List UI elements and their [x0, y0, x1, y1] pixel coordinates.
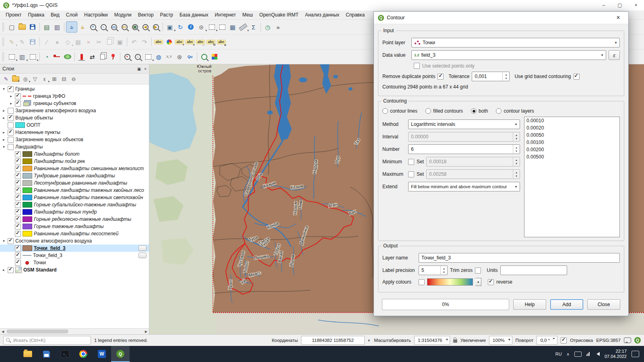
help-button[interactable]: Help	[513, 299, 546, 310]
zoom-next-icon[interactable]: ▶	[151, 22, 161, 32]
contour-level-item[interactable]: 0.00050	[525, 132, 619, 139]
layer-indicator-icon[interactable]	[138, 245, 147, 251]
grass-tools-icon[interactable]	[62, 51, 73, 62]
add-button[interactable]: Add	[550, 299, 583, 310]
contour-level-item[interactable]: 0.00010	[525, 117, 619, 125]
zoom-to-layer-icon[interactable]: ▤	[130, 22, 140, 32]
visibility-checkbox[interactable]	[15, 173, 21, 179]
new-print-layout-icon[interactable]: ▤	[41, 22, 52, 32]
layer-tree-row[interactable]: Равнинные ландшафты таежных светлохвойн	[0, 194, 149, 201]
menu-item-13[interactable]: Справка	[343, 11, 368, 19]
menu-item-2[interactable]: Вид	[47, 11, 63, 19]
tray-chevron-icon[interactable]	[567, 351, 570, 357]
layer-tree-row[interactable]: Точки_field_3	[0, 245, 149, 252]
menu-item-4[interactable]: Настройки	[81, 11, 111, 19]
layer-tree-row[interactable]: ▸граница УрФО	[0, 93, 149, 100]
scroll-right-icon[interactable]: ▶	[143, 330, 149, 333]
apply-colours-checkbox[interactable]	[419, 279, 425, 285]
spin-arrows-icon[interactable]	[502, 72, 509, 81]
metasearch-icon[interactable]	[209, 51, 220, 62]
remove-layer-icon[interactable]: ⊖	[69, 74, 78, 83]
tray-network-icon[interactable]	[586, 352, 590, 356]
visibility-checkbox[interactable]	[8, 267, 14, 273]
zoom-in-icon[interactable]: +	[88, 22, 98, 32]
layer-tree-row[interactable]: ▸Загрязнение водных объектов	[0, 136, 149, 143]
layer-tree-row[interactable]: ▸Загрязнение атмосферного воздуха	[0, 107, 149, 114]
menu-item-0[interactable]: Проект	[2, 11, 25, 19]
quickwkt-icon[interactable]: Qu	[185, 51, 195, 62]
zoom-out-icon[interactable]: −	[98, 22, 109, 32]
save-layer-edits-icon[interactable]	[27, 37, 38, 47]
layer-indicator-icon[interactable]	[138, 253, 147, 258]
minimum-set-checkbox[interactable]	[408, 159, 414, 165]
visibility-checkbox[interactable]	[15, 231, 21, 237]
coordinate-capture-icon[interactable]: X,Y	[164, 51, 174, 62]
taskbar-chrome-icon[interactable]	[74, 346, 93, 362]
layer-labeling-options-icon[interactable]: abc	[153, 37, 164, 47]
expander-icon[interactable]: ▸	[2, 268, 6, 272]
menu-item-5[interactable]: Модули	[111, 11, 135, 19]
visibility-checkbox[interactable]	[8, 108, 14, 114]
tray-volume-icon[interactable]	[594, 352, 600, 356]
qgis-statusbar-icon[interactable]	[634, 337, 641, 343]
window-close-button[interactable]: ×	[628, 0, 644, 10]
layer-tree-row[interactable]: ▸Населенные пункты	[0, 129, 149, 136]
open-layer-styling-icon[interactable]: ✎	[2, 74, 10, 83]
pan-map-icon[interactable]	[66, 21, 77, 33]
layer-tree-row[interactable]: Ландшафты пойм рек	[0, 158, 149, 165]
scrollbar-thumb[interactable]	[6, 329, 68, 333]
measure-icon[interactable]: ▾	[238, 22, 248, 32]
visibility-checkbox[interactable]	[8, 86, 14, 92]
undo-icon[interactable]: ↶	[129, 37, 139, 47]
zoom-last-icon[interactable]: ◀	[140, 22, 151, 32]
temporal-controller-icon[interactable]: ◷	[262, 22, 273, 32]
copy-features-icon[interactable]	[104, 37, 115, 47]
expander-icon[interactable]: ▸	[2, 130, 6, 134]
select-region-icon[interactable]: ▾	[143, 51, 153, 62]
contour-level-item[interactable]: 0.00200	[525, 146, 619, 154]
expand-all-icon[interactable]: ⊞	[50, 74, 59, 83]
current-edits-icon[interactable]: ✎▾	[6, 37, 17, 47]
layer-tree-row[interactable]: Горные редколесно-таежные ландшафты	[0, 216, 149, 223]
open-project-icon[interactable]	[17, 22, 27, 32]
layer-tree-row[interactable]: ▾Ландшафты	[0, 143, 149, 150]
zoom-full-extent-icon[interactable]: ▭	[109, 22, 119, 32]
tray-keyboard-icon[interactable]	[574, 352, 582, 357]
visibility-checkbox[interactable]	[15, 216, 21, 222]
expander-icon[interactable]: ▾	[2, 145, 6, 149]
visibility-checkbox[interactable]	[15, 93, 21, 99]
trim-zeros-checkbox[interactable]	[475, 267, 481, 274]
pan-to-selection-icon[interactable]	[77, 22, 88, 32]
visibility-checkbox[interactable]	[15, 209, 21, 215]
label-precision-spin[interactable]: 5	[419, 265, 448, 275]
contour-plugin-icon[interactable]	[76, 51, 87, 62]
tray-notifications-icon[interactable]	[632, 351, 639, 357]
new-map-view-icon[interactable]: ▣▾	[165, 22, 175, 32]
contour-level-item[interactable]: 0.00100	[525, 139, 619, 146]
visibility-checkbox[interactable]	[15, 151, 21, 157]
menu-item-3[interactable]: Слой	[63, 11, 81, 19]
messages-icon[interactable]	[624, 337, 631, 343]
scale-combo[interactable]: 1:31504376	[414, 336, 450, 345]
layer-tree-row[interactable]: Точки	[0, 259, 149, 266]
select-features-icon[interactable]: ▾	[206, 22, 217, 32]
layer-tree-row[interactable]: Ландшафты горных тундр	[0, 208, 149, 216]
minimum-spin[interactable]: 0.00018	[426, 157, 520, 167]
globe-view-icon[interactable]: ◍	[153, 51, 164, 62]
visibility-checkbox[interactable]	[15, 224, 21, 230]
reverse-checkbox[interactable]	[488, 279, 494, 285]
taskbar-qgis-icon[interactable]	[111, 346, 130, 362]
data-value-combo[interactable]: 1.2 field_3	[411, 50, 606, 60]
layer-tree-row[interactable]: Горные субальпийско-таежные ландшафты	[0, 201, 149, 208]
add-point-feature-icon[interactable]: ●	[52, 37, 62, 47]
layer-diagram-options-icon[interactable]	[164, 37, 174, 47]
taskbar-start-button[interactable]	[0, 346, 19, 362]
menu-item-11[interactable]: OpenQuake IRMT	[256, 11, 301, 19]
move-label-icon[interactable]: abc↔	[195, 37, 206, 47]
contour-mode-radio[interactable]: both	[471, 108, 488, 114]
visibility-checkbox[interactable]	[15, 202, 21, 208]
visibility-checkbox[interactable]	[15, 180, 21, 186]
taskbar-word-icon[interactable]	[93, 346, 111, 362]
expander-icon[interactable]: ▾	[2, 87, 6, 91]
filter-by-expression-icon[interactable]: ε▾	[40, 74, 49, 83]
